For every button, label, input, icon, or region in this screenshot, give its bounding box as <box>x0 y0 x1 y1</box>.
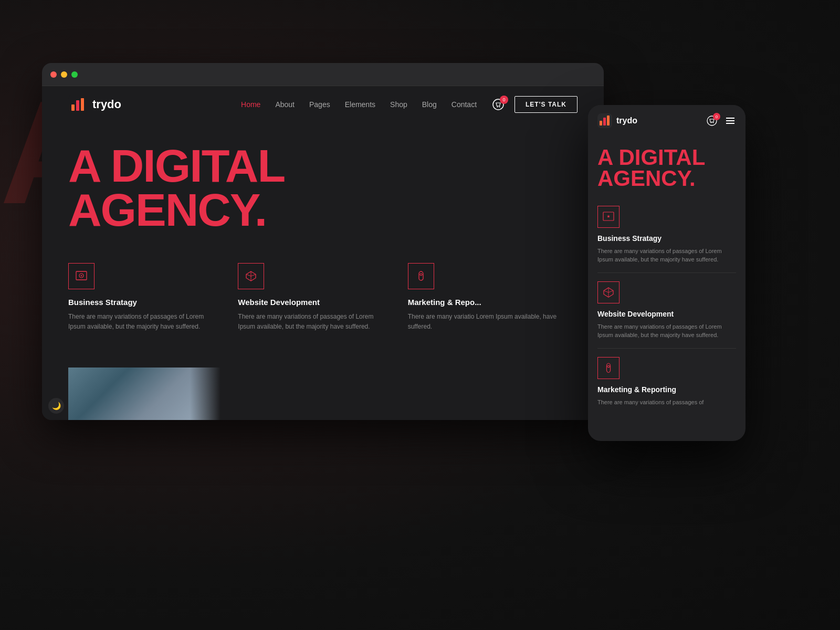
nav-link-home[interactable]: Home <box>241 100 260 109</box>
mobile-hero-title: A DIGITAL AGENCY. <box>597 147 736 189</box>
svg-point-5 <box>497 107 498 108</box>
svg-marker-22 <box>607 215 610 218</box>
desktop-navbar: trydo Home About Pages Elements Shop Blo… <box>42 86 604 123</box>
desktop-service-2-desc: There are many variations of passages of… <box>238 312 392 332</box>
nav-link-elements[interactable]: Elements <box>345 100 375 109</box>
svg-rect-13 <box>603 118 606 125</box>
desktop-service-3-icon <box>408 263 434 289</box>
mobile-service-2-desc: There are many variations of passages of… <box>597 322 736 340</box>
mobile-navbar: trydo 0 <box>588 105 746 136</box>
svg-rect-3 <box>81 98 84 111</box>
dark-mode-toggle[interactable]: 🌙 <box>48 398 64 414</box>
desktop-service-1-icon <box>68 263 94 289</box>
mobile-service-2: Website Development There are many varia… <box>597 273 736 349</box>
desktop-bottom-image <box>68 368 220 420</box>
desktop-service-1-title: Business Stratagy <box>68 298 222 307</box>
browser-minimize-dot[interactable] <box>61 71 67 78</box>
mobile-service-3-icon <box>597 357 620 379</box>
mobile-logo-text: trydo <box>616 116 637 125</box>
svg-point-17 <box>713 122 714 123</box>
mobile-hamburger-icon[interactable] <box>724 115 736 127</box>
mobile-service-2-title: Website Development <box>597 310 736 318</box>
nav-link-contact[interactable]: Contact <box>452 100 477 109</box>
desktop-hero-title: A DIGITAL AGENCY. <box>68 144 578 232</box>
svg-point-10 <box>420 274 422 276</box>
nav-link-pages[interactable]: Pages <box>309 100 330 109</box>
desktop-service-3-title: Marketing & Repo... <box>408 298 562 307</box>
desktop-logo-icon <box>68 95 87 114</box>
svg-point-16 <box>711 122 712 123</box>
svg-rect-1 <box>71 104 75 111</box>
mobile-logo-icon <box>597 113 612 128</box>
nav-link-blog[interactable]: Blog <box>422 100 437 109</box>
desktop-service-2-title: Website Development <box>238 298 392 307</box>
desktop-logo-text: trydo <box>92 98 121 111</box>
mobile-service-1-icon <box>597 206 620 228</box>
desktop-service-1: Business Stratagy There are many variati… <box>68 263 238 332</box>
svg-marker-9 <box>80 275 82 277</box>
mobile-service-1: Business Stratagy There are many variati… <box>597 197 736 273</box>
mobile-cart-badge: 0 <box>713 113 720 120</box>
lets-talk-button[interactable]: LET'S TALK <box>514 96 578 113</box>
mobile-nav-icons: 0 <box>707 115 736 127</box>
desktop-service-3: Marketing & Repo... There are many varia… <box>408 263 578 332</box>
desktop-mockup: trydo Home About Pages Elements Shop Blo… <box>42 63 604 420</box>
browser-close-dot[interactable] <box>50 71 57 78</box>
mobile-service-1-desc: There are many variations of passages of… <box>597 247 736 264</box>
desktop-cart-badge: 0 <box>500 96 508 104</box>
desktop-logo[interactable]: trydo <box>68 95 121 114</box>
mobile-service-2-icon <box>597 281 620 303</box>
desktop-services-row: Business Stratagy There are many variati… <box>42 247 604 332</box>
browser-expand-dot[interactable] <box>71 71 78 78</box>
desktop-service-1-desc: There are many variations of passages of… <box>68 312 222 332</box>
svg-point-6 <box>499 107 500 108</box>
desktop-service-3-desc: There are many variatio Lorem Ipsum avai… <box>408 312 562 332</box>
mobile-service-3: Marketing & Reporting There are many var… <box>597 349 736 415</box>
mobile-services-list: Business Stratagy There are many variati… <box>588 197 746 418</box>
desktop-site-content: trydo Home About Pages Elements Shop Blo… <box>42 86 604 420</box>
svg-rect-2 <box>76 100 79 111</box>
desktop-nav-links: Home About Pages Elements Shop Blog Cont… <box>241 100 477 109</box>
desktop-hero-section: A DIGITAL AGENCY. <box>42 123 604 247</box>
nav-link-about[interactable]: About <box>275 100 295 109</box>
mobile-service-1-title: Business Stratagy <box>597 234 736 243</box>
desktop-service-2: Website Development There are many varia… <box>238 263 407 332</box>
svg-rect-12 <box>600 121 602 125</box>
desktop-image-gradient <box>68 368 220 420</box>
mobile-hero-section: A DIGITAL AGENCY. <box>588 136 746 197</box>
desktop-service-2-icon <box>238 263 264 289</box>
mobile-cart-icon[interactable]: 0 <box>707 116 717 126</box>
svg-rect-14 <box>607 116 610 125</box>
mobile-logo[interactable]: trydo <box>597 113 637 128</box>
mobile-service-3-desc: There are many variations of passages of <box>597 398 736 407</box>
desktop-cart-icon[interactable]: 0 <box>492 99 504 110</box>
svg-point-23 <box>607 365 610 368</box>
mobile-service-3-title: Marketing & Reporting <box>597 385 736 394</box>
nav-link-shop[interactable]: Shop <box>390 100 407 109</box>
browser-chrome-bar <box>42 63 604 86</box>
mobile-mockup: trydo 0 A DIGIT <box>588 105 746 441</box>
